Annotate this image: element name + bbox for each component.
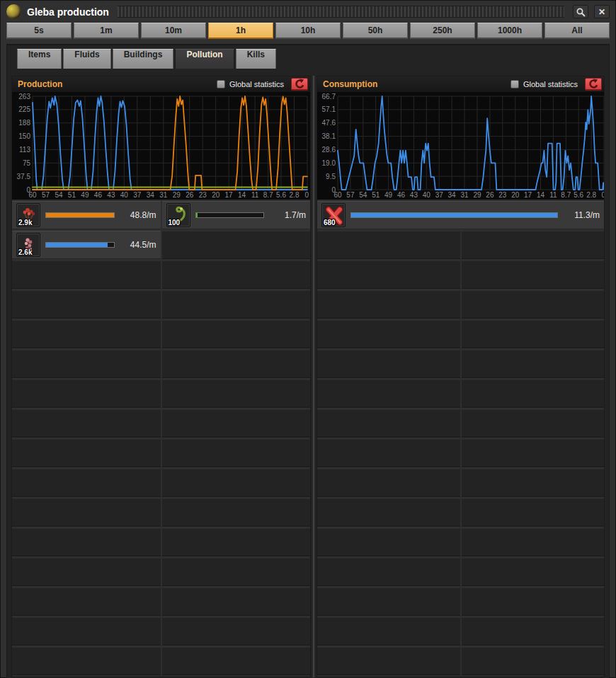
empty-cell [162,647,311,675]
empty-cell [462,617,605,645]
svg-text:11: 11 [549,191,557,199]
svg-text:46: 46 [397,191,406,199]
time-range-button-all[interactable]: All [544,23,610,39]
svg-text:57.1: 57.1 [322,105,336,113]
close-button[interactable]: ✕ [594,5,610,18]
svg-text:51: 51 [372,191,380,199]
empty-cell [12,647,161,675]
empty-cell [317,558,460,586]
time-range-button-5s[interactable]: 5s [6,23,72,39]
count-badge: 680 [324,219,336,226]
empty-cell [162,528,311,556]
svg-text:37: 37 [435,191,444,199]
empty-cell [317,617,460,645]
stats-row [317,409,604,437]
empty-cell [317,439,460,467]
time-range-button-250h[interactable]: 250h [410,23,475,39]
svg-text:17: 17 [225,191,234,199]
svg-text:60: 60 [28,191,37,199]
empty-cell [162,498,311,527]
svg-text:43: 43 [107,191,115,199]
empty-cell [317,350,460,378]
item-cell[interactable]: 1001.7/m [162,201,311,229]
time-range-button-50h[interactable]: 50h [343,23,408,39]
progress-bar-track [45,242,115,248]
content-inset: ItemsFluidsBuildingsPollutionKills Produ… [6,44,610,678]
tab-items[interactable]: Items [17,49,62,69]
panel-title: Consumption [323,79,377,89]
stats-row [317,320,604,348]
global-statistics-checkbox[interactable] [217,80,225,88]
stats-row [317,617,604,645]
empty-cell [317,498,460,527]
refresh-button[interactable] [585,78,602,91]
empty-cell [317,379,460,408]
svg-text:57: 57 [346,191,355,199]
svg-text:2.8: 2.8 [586,191,596,199]
svg-text:57: 57 [42,191,50,199]
item-cell[interactable]: 2.9k48.8/m [12,201,161,229]
titlebar[interactable]: Gleba production ✕ [6,3,610,21]
empty-cell [317,528,460,556]
time-range-button-10m[interactable]: 10m [141,23,206,39]
empty-cell [162,409,311,437]
production-panel: Production Global statistics 26322518815… [11,76,311,677]
search-button[interactable] [573,5,588,18]
svg-text:34: 34 [147,191,155,199]
svg-text:34: 34 [448,191,457,199]
time-range-button-1m[interactable]: 1m [74,23,139,39]
empty-cell [12,320,161,348]
time-range-button-10h[interactable]: 10h [275,23,341,39]
svg-text:14: 14 [238,191,246,199]
tab-buildings[interactable]: Buildings [113,49,174,69]
consumption-panel-header: Consumption Global statistics [317,76,604,92]
empty-cell [12,439,161,467]
close-icon: ✕ [598,7,605,17]
stats-row [12,528,310,556]
empty-cell [317,587,460,616]
stats-row [12,379,310,408]
tab-kills[interactable]: Kills [236,49,276,69]
empty-cell [462,320,605,348]
tab-pollution[interactable]: Pollution [175,49,234,69]
refresh-button[interactable] [291,78,308,91]
svg-text:26: 26 [486,191,494,199]
global-statistics-checkbox[interactable] [511,80,519,88]
svg-text:14: 14 [537,191,545,199]
empty-cell [12,617,161,645]
time-range-button-1000h[interactable]: 1000h [477,23,542,39]
green-stem-plant-icon: 100 [166,203,190,227]
production-item-list: 2.9k48.8/m1001.7/m2.6k44.5/m [12,201,310,677]
empty-cell [12,469,161,497]
svg-text:23: 23 [199,191,207,199]
stats-tabs: ItemsFluidsBuildingsPollutionKills [17,49,609,69]
empty-cell [462,439,605,467]
svg-text:47.6: 47.6 [322,119,336,127]
rate-value: 1.7/m [269,210,306,220]
stats-row: 2.6k44.5/m [12,231,310,259]
panels-row: Production Global statistics 26322518815… [7,69,609,678]
item-cell[interactable]: 68011.3/m [317,201,604,229]
time-range-button-1h[interactable]: 1h [208,23,273,39]
empty-cell [162,617,311,645]
stats-row [317,231,604,259]
svg-text:28.6: 28.6 [322,146,336,154]
empty-cell [317,409,460,437]
svg-text:23: 23 [498,191,507,199]
svg-text:46: 46 [94,191,103,199]
stats-row [317,498,604,527]
count-badge: 2.6k [18,248,32,256]
titlebar-drag-handle[interactable] [118,6,564,18]
refresh-icon [588,79,599,89]
tab-fluids[interactable]: Fluids [63,49,110,69]
panel-title: Production [18,79,62,89]
progress-bar-track [195,212,265,218]
item-cell[interactable]: 2.6k44.5/m [12,231,161,259]
svg-text:54: 54 [359,191,367,199]
svg-text:26: 26 [186,191,194,199]
empty-cell [317,290,460,318]
svg-text:29: 29 [173,191,181,199]
rate-value: 48.8/m [120,210,156,220]
empty-cell [162,290,311,318]
svg-text:225: 225 [18,105,30,113]
